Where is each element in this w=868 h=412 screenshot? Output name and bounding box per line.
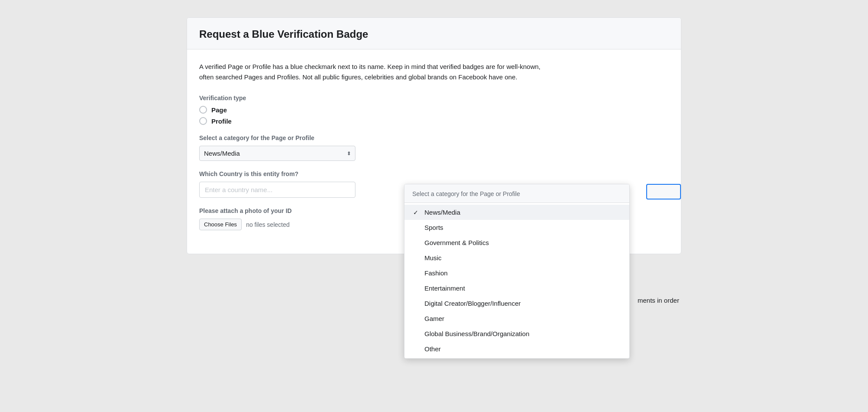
page-radio-option[interactable]: Page [199,106,669,114]
list-item[interactable]: Sports [404,220,629,235]
list-item[interactable]: Entertainment [404,281,629,296]
country-label: Which Country is this entity from? [199,170,669,177]
dropdown-item-label: Entertainment [424,284,621,292]
list-item[interactable]: Gamer [404,311,629,326]
checkmark-icon: ✓ [412,209,419,216]
no-files-text: no files selected [246,221,289,228]
verification-type-label: Verification type [199,95,669,101]
dropdown-item-label: Fashion [424,269,621,277]
choose-files-button[interactable]: Choose Files [199,219,242,230]
dropdown-item-label: Music [424,254,621,262]
card-header: Request a Blue Verification Badge [187,18,681,49]
dropdown-item-label: Digital Creator/Blogger/Influencer [424,300,621,307]
category-label: Select a category for the Page or Profil… [199,134,669,141]
list-item[interactable]: Digital Creator/Blogger/Influencer [404,296,629,311]
list-item[interactable]: Fashion [404,265,629,281]
list-item[interactable]: Other [404,341,629,356]
list-item[interactable]: Global Business/Brand/Organization [404,326,629,341]
page-radio-input[interactable] [199,106,207,114]
dropdown-item-label: News/Media [424,209,621,216]
category-section: Select a category for the Page or Profil… [199,134,669,161]
partial-select-right [646,184,681,199]
verification-card: Request a Blue Verification Badge A veri… [187,17,681,254]
dropdown-item-label: Global Business/Brand/Organization [424,330,621,337]
verification-type-section: Verification type Page Profile [199,95,669,125]
dropdown-list: ✓ News/Media Sports Government & Politic… [404,203,629,358]
page-wrapper: Request a Blue Verification Badge A veri… [187,17,681,254]
dropdown-item-label: Government & Politics [424,239,621,246]
profile-radio-label: Profile [211,118,232,125]
list-item[interactable]: ✓ News/Media [404,205,629,220]
radio-group: Page Profile [199,106,669,125]
list-item[interactable]: Music [404,250,629,265]
country-input[interactable] [199,182,355,198]
category-select-wrapper: News/Media Sports Government & Politics … [199,146,355,161]
category-dropdown-overlay: Select a category for the Page or Profil… [404,184,630,359]
partial-right-text: ments in order t [638,297,681,304]
card-body: A verified Page or Profile has a blue ch… [187,49,681,254]
dropdown-item-label: Gamer [424,315,621,322]
page-radio-label: Page [211,106,227,114]
category-select[interactable]: News/Media Sports Government & Politics … [199,146,355,161]
description-text: A verified Page or Profile has a blue ch… [199,62,555,82]
list-item[interactable]: Government & Politics [404,235,629,250]
page-title: Request a Blue Verification Badge [199,28,669,40]
dropdown-item-label: Other [424,345,621,353]
dropdown-item-label: Sports [424,224,621,231]
profile-radio-option[interactable]: Profile [199,117,669,125]
profile-radio-input[interactable] [199,117,207,125]
dropdown-header: Select a category for the Page or Profil… [404,184,629,203]
